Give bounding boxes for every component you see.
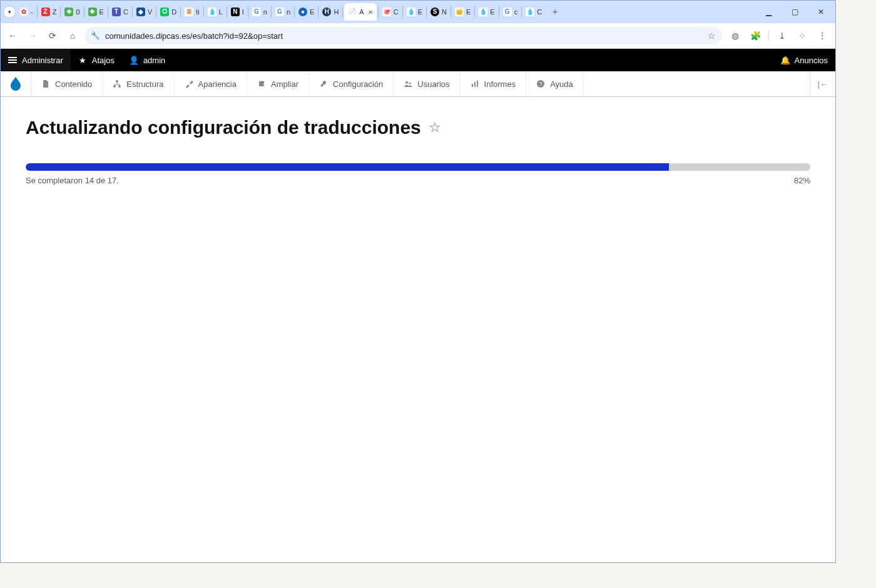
toolbar-collapse-button[interactable]: |← [810, 71, 835, 96]
file-icon [41, 79, 50, 88]
tab-favicon-icon: S [430, 8, 439, 16]
window-maximize-button[interactable]: ▢ [788, 5, 802, 19]
nav-usuarios[interactable]: Usuarios [394, 71, 460, 96]
browser-tab[interactable]: ❖0 [62, 3, 82, 21]
drupal-admin-toolbar: Administrar ★ Atajos 👤 admin 🔔 Anuncios [1, 49, 835, 71]
tab-label: D [171, 8, 176, 16]
nav-label: Ayuda [550, 79, 573, 89]
new-tab-button[interactable]: ＋ [548, 5, 562, 19]
browser-tab[interactable]: ◆V [134, 3, 155, 21]
window-minimize-button[interactable]: ▁ [761, 5, 775, 19]
nav-ayuda[interactable]: ?Ayuda [526, 71, 584, 96]
home-button[interactable]: ⌂ [64, 28, 81, 44]
browser-tab[interactable]: ≣ti [182, 3, 202, 21]
address-bar[interactable]: 🔧 comunidades.dipcas.es/es/batch?id=92&o… [84, 27, 722, 44]
browser-tab[interactable]: ZZ [39, 3, 59, 21]
svg-point-3 [405, 81, 408, 84]
extension-icon[interactable]: ◍ [728, 29, 742, 43]
shortcuts-menu[interactable]: ★ Atajos [71, 49, 122, 71]
tab-separator [499, 6, 499, 18]
nav-informes[interactable]: Informes [461, 71, 527, 96]
reload-button[interactable]: ⟳ [44, 28, 61, 44]
tab-label: N [442, 8, 447, 16]
tab-separator [203, 6, 204, 18]
site-info-icon[interactable]: 🔧 [91, 31, 100, 40]
tab-search-button[interactable]: ▾ [3, 6, 16, 18]
browser-tab[interactable]: HH [320, 3, 341, 21]
tab-favicon-icon: 💧 [407, 8, 415, 16]
svg-point-4 [409, 82, 411, 84]
nav-apariencia[interactable]: Apariencia [175, 71, 247, 96]
nav-label: Informes [484, 79, 516, 89]
browser-tab[interactable]: SN [428, 3, 449, 21]
browser-tab[interactable]: OD [158, 3, 179, 21]
tab-label: E [99, 8, 104, 16]
tab-label: E [490, 8, 494, 16]
browser-tab[interactable]: 📄A✕ [344, 3, 376, 21]
browser-tab[interactable]: Gn [273, 3, 293, 21]
progress-bar-fill [26, 163, 669, 171]
tab-favicon-icon: ◆ [136, 8, 145, 16]
favorite-star-icon[interactable]: ☆ [429, 119, 441, 136]
browser-tab[interactable]: ●E [296, 3, 317, 21]
tab-favicon-icon: ● [298, 8, 307, 16]
svg-point-1 [113, 85, 116, 88]
progress: Se completaron 14 de 17. 82% [26, 163, 810, 185]
announcements-label: Anuncios [795, 56, 828, 65]
nav-ampliar[interactable]: Ampliar [247, 71, 309, 96]
downloads-icon[interactable]: ⤓ [775, 29, 789, 43]
nav-configuración[interactable]: Configuración [309, 71, 394, 96]
browser-tab[interactable]: 💧L [205, 3, 225, 21]
manage-menu[interactable]: Administrar [1, 49, 71, 71]
tab-label: I [242, 8, 244, 16]
hamburger-icon [8, 59, 17, 61]
tab-favicon-icon: ❖ [88, 8, 97, 16]
chrome-menu-icon[interactable]: ⋮ [815, 29, 829, 43]
browser-tab[interactable]: 🐙C [380, 3, 401, 21]
url-text: comunidades.dipcas.es/es/batch?id=92&op=… [105, 31, 283, 41]
manage-label: Administrar [22, 56, 63, 65]
browser-tab[interactable]: 💧E [476, 3, 497, 21]
drupal-secondary-toolbar: ContenidoEstructuraAparienciaAmpliarConf… [1, 71, 835, 97]
svg-point-2 [118, 85, 121, 88]
tab-favicon-icon: 📄 [348, 8, 357, 16]
bookmark-star-icon[interactable]: ☆ [708, 31, 716, 41]
tab-separator [342, 6, 343, 18]
nav-estructura[interactable]: Estructura [103, 71, 174, 96]
window-close-button[interactable]: ✕ [814, 5, 828, 19]
nav-label: Configuración [333, 79, 383, 89]
tab-favicon-icon: G [275, 8, 284, 16]
browser-tab[interactable]: NI [228, 3, 247, 21]
browser-tab[interactable]: 💧C [523, 3, 544, 21]
tab-label: V [148, 8, 152, 16]
svg-rect-7 [477, 81, 478, 87]
profile-icon[interactable]: ⁘ [795, 29, 809, 43]
announcements-menu[interactable]: 🔔 Anuncios [773, 49, 835, 71]
user-menu[interactable]: 👤 admin [122, 49, 173, 71]
tab-favicon-icon: G [252, 8, 261, 16]
tab-favicon-icon: 💧 [208, 8, 216, 16]
forward-button[interactable]: → [24, 28, 41, 44]
shortcuts-label: Atajos [92, 56, 115, 65]
browser-tab[interactable]: ❖E [86, 3, 106, 21]
browser-tab[interactable]: 👑E [452, 3, 473, 21]
browser-tab[interactable]: 💧E [404, 3, 425, 21]
page-title-wrap: Actualizando configuración de traduccion… [26, 117, 810, 138]
tab-favicon-icon: T [112, 8, 121, 16]
tab-close-icon[interactable]: ✕ [368, 9, 373, 16]
bell-icon: 🔔 [781, 56, 790, 65]
drupal-logo-icon[interactable] [1, 71, 31, 96]
back-button[interactable]: ← [4, 28, 21, 44]
tab-separator [132, 6, 133, 18]
browser-tab[interactable]: ✿- [17, 3, 36, 21]
browser-tab[interactable]: Gc [501, 3, 521, 21]
extensions-puzzle-icon[interactable]: 🧩 [748, 29, 762, 43]
tab-separator [294, 6, 295, 18]
page-title: Actualizando configuración de traduccion… [26, 117, 421, 138]
tab-favicon-icon: G [503, 8, 512, 16]
browser-tab[interactable]: TC [109, 3, 131, 21]
svg-rect-6 [474, 82, 476, 87]
svg-point-0 [116, 80, 118, 83]
nav-contenido[interactable]: Contenido [31, 71, 103, 96]
browser-tab[interactable]: Gn [250, 3, 270, 21]
